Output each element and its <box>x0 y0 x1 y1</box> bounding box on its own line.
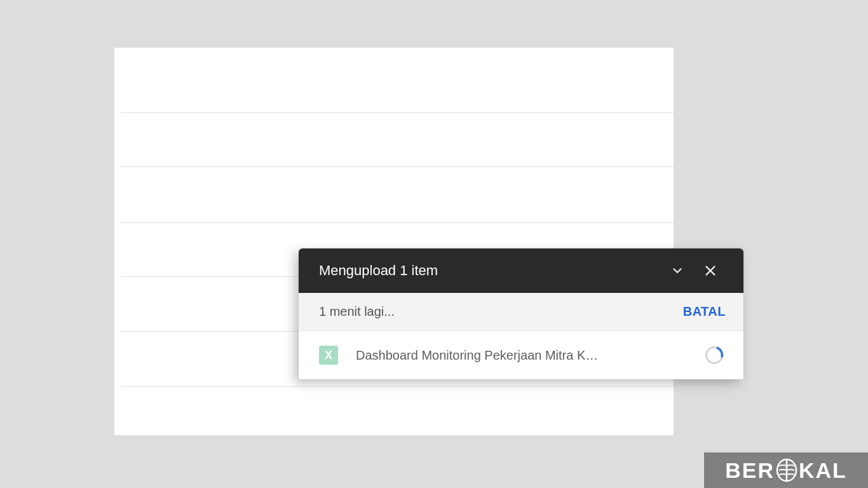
row-divider <box>121 166 724 167</box>
upload-popup-title: Mengupload 1 item <box>319 262 658 279</box>
upload-popup-header: Mengupload 1 item <box>299 248 743 293</box>
close-icon <box>703 264 717 278</box>
upload-file-name: Dashboard Monitoring Pekerjaan Mitra K… <box>356 348 704 363</box>
cancel-upload-button[interactable]: BATAL <box>683 304 726 319</box>
upload-file-row: X Dashboard Monitoring Pekerjaan Mitra K… <box>299 331 743 379</box>
watermark-text-post: KAL <box>799 458 847 483</box>
close-button[interactable] <box>696 257 724 285</box>
upload-progress-popup: Mengupload 1 item 1 menit lagi... BATAL … <box>299 248 743 379</box>
upload-status-bar: 1 menit lagi... BATAL <box>299 293 743 331</box>
excel-file-icon: X <box>319 346 338 365</box>
brain-icon <box>776 458 797 482</box>
row-divider <box>121 386 724 387</box>
watermark-text-pre: BER <box>725 458 775 483</box>
collapse-button[interactable] <box>663 257 691 285</box>
watermark-badge: BER KAL <box>704 452 868 488</box>
chevron-down-icon <box>670 264 684 278</box>
row-divider <box>121 442 724 442</box>
row-divider <box>121 222 724 223</box>
row-divider <box>121 112 724 113</box>
upload-progress-spinner <box>704 345 724 365</box>
upload-time-remaining: 1 menit lagi... <box>319 304 683 319</box>
